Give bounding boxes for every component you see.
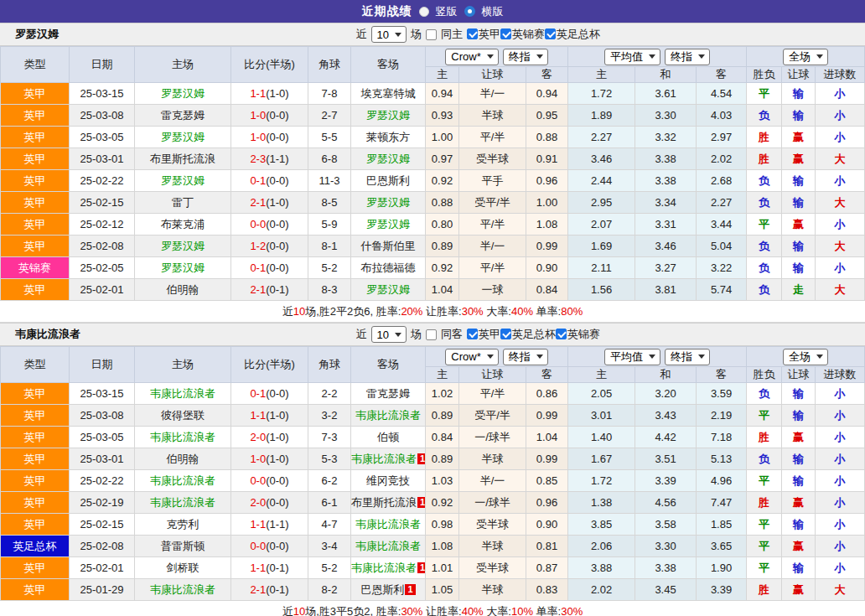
league-checkbox[interactable] (467, 28, 478, 39)
home-team-name: 伯明翰 (167, 453, 199, 465)
away-team-name: 埃克塞特城 (361, 87, 416, 100)
scope-select[interactable]: 全场 (783, 49, 828, 65)
recent-count-select[interactable]: 10 (371, 26, 407, 43)
away-team-name: 韦康比流浪者 (355, 518, 421, 531)
home-team: 布莱克浦 (135, 214, 231, 236)
home-team-name: 韦康比流浪者 (150, 431, 215, 443)
odds-away: 0.90 (526, 257, 568, 279)
subcol-avg-home: 主 (568, 367, 635, 383)
odds-away: 0.91 (526, 148, 568, 170)
match-row: 英甲25-03-15罗瑟汉姆1-1(1-0)7-8埃克塞特城0.94半/一0.9… (1, 83, 865, 105)
col-header-score: 比分(半场) (231, 47, 308, 83)
match-type-badge: 英甲 (1, 492, 70, 514)
match-type-badge: 英甲 (1, 514, 70, 536)
score-cell: 1-2(0-0) (231, 236, 308, 257)
odds-source-select[interactable]: Crow* (445, 49, 498, 65)
corner-count: 3-4 (308, 536, 351, 557)
same-venue-checkbox[interactable] (426, 29, 437, 40)
odds-home: 1.01 (426, 557, 459, 579)
team-filter-row: 罗瑟汉姆 近 10 场 同主 英甲英锦赛英足总杯 (0, 23, 865, 46)
home-team: 彼得堡联 (135, 405, 231, 427)
score-cell: 0-0(0-0) (231, 470, 308, 492)
summary-segment: 80% (561, 305, 583, 318)
home-team: 普雷斯顿 (135, 536, 231, 557)
handicap-line: 半球 (459, 579, 526, 601)
home-team-name: 韦康比流浪者 (150, 583, 215, 596)
match-date: 25-03-05 (70, 127, 135, 148)
subcol-goals-result: 进球数 (816, 67, 865, 83)
goals-result: 小 (816, 405, 865, 427)
match-type-badge: 英甲 (1, 579, 70, 601)
league-label: 英锦赛 (512, 27, 545, 42)
league-checkbox[interactable] (467, 329, 478, 339)
handicap-result: 输 (782, 236, 816, 257)
league-checkbox[interactable] (500, 28, 511, 39)
summary-segment: 10 (293, 305, 305, 318)
handicap-result: 走 (782, 279, 816, 301)
away-team: 莱顿东方 (351, 127, 426, 148)
subcol-handicap: 让球 (459, 67, 526, 83)
odds-away: 0.88 (526, 127, 568, 148)
avg-home-odds: 3.01 (568, 405, 635, 427)
avg-source-select[interactable]: 平均值 (604, 349, 660, 365)
avg-away-odds: 2.19 (697, 405, 747, 427)
avg-away-odds: 3.22 (697, 257, 747, 279)
same-venue-checkbox[interactable] (426, 329, 437, 340)
odds-source-select[interactable]: Crow* (445, 349, 498, 365)
odds-kind-select[interactable]: 终指 (503, 49, 548, 65)
summary-segment: 场,胜3平5负2, 胜率: (305, 604, 401, 616)
odds-home: 0.92 (426, 170, 459, 192)
match-row: 英甲25-02-22罗瑟汉姆0-1(0-0)11-3巴恩斯利0.92平手0.96… (1, 170, 865, 192)
handicap-line: 受平/半 (459, 192, 526, 214)
fulltime-score: 1-2 (250, 240, 266, 252)
home-team-name: 韦康比流浪者 (150, 387, 215, 400)
match-date: 25-02-08 (70, 536, 135, 557)
odds-kind-select[interactable]: 终指 (503, 349, 548, 365)
avg-draw-odds: 3.43 (635, 405, 697, 427)
recent-count-select[interactable]: 10 (371, 326, 407, 343)
avg-source-select[interactable]: 平均值 (604, 49, 660, 65)
home-team: 雷丁 (135, 192, 231, 214)
handicap-line: 一/球半 (459, 427, 526, 448)
subcol-odds-away: 客 (526, 67, 568, 83)
horizontal-layout-radio[interactable] (464, 6, 475, 17)
away-team-name: 罗瑟汉姆 (366, 218, 410, 230)
fulltime-score: 0-1 (250, 261, 266, 274)
col-header-home: 主场 (135, 47, 231, 83)
avg-away-odds: 2.97 (697, 127, 747, 148)
odds-home: 1.05 (426, 579, 459, 601)
league-checkbox[interactable] (556, 329, 567, 339)
scope-select[interactable]: 全场 (783, 349, 828, 365)
league-filter-item: 英锦赛 (500, 27, 545, 42)
col-header-score: 比分(半场) (231, 347, 308, 383)
team-name: 韦康比流浪者 (15, 327, 80, 342)
goals-result: 大 (816, 579, 865, 601)
match-row: 英甲25-03-05罗瑟汉姆1-0(0-0)5-5莱顿东方1.00平/半0.88… (1, 127, 865, 148)
avg-draw-odds: 3.39 (635, 470, 697, 492)
avg-kind-select[interactable]: 终指 (665, 49, 710, 65)
odds-home: 0.98 (426, 514, 459, 536)
odds-away: 0.85 (526, 470, 568, 492)
handicap-result: 输 (782, 557, 816, 579)
halftime-score: (0-1) (266, 283, 288, 296)
avg-kind-select[interactable]: 终指 (665, 349, 710, 365)
home-team-name: 罗瑟汉姆 (161, 131, 205, 143)
halftime-score: (1-0) (266, 453, 288, 465)
corner-count: 8-3 (308, 279, 351, 301)
home-team-name: 雷克瑟姆 (161, 109, 205, 122)
recent-results-page: 近期战绩 竖版 横版 罗瑟汉姆 近 10 场 同主 英甲英锦赛英足总杯 类型 日… (0, 0, 865, 616)
odds-home: 0.88 (426, 192, 459, 214)
same-venue-label: 同主 (441, 27, 463, 42)
record-summary: 近10场,胜3平5负2, 胜率:30% 让胜率:40% 大率:10% 单率:30… (0, 601, 865, 616)
avg-draw-odds: 3.20 (635, 383, 697, 405)
vertical-layout-radio[interactable] (419, 7, 429, 17)
match-type-badge: 英甲 (1, 383, 70, 405)
league-checkbox[interactable] (500, 329, 511, 339)
subcol-handicap-result: 让球 (782, 67, 816, 83)
match-result: 平 (747, 514, 782, 536)
home-team: 罗瑟汉姆 (135, 170, 231, 192)
summary-segment: 30% (462, 305, 484, 318)
match-date: 25-03-01 (70, 448, 135, 470)
home-team-name: 罗瑟汉姆 (161, 87, 205, 100)
league-checkbox[interactable] (545, 28, 556, 39)
